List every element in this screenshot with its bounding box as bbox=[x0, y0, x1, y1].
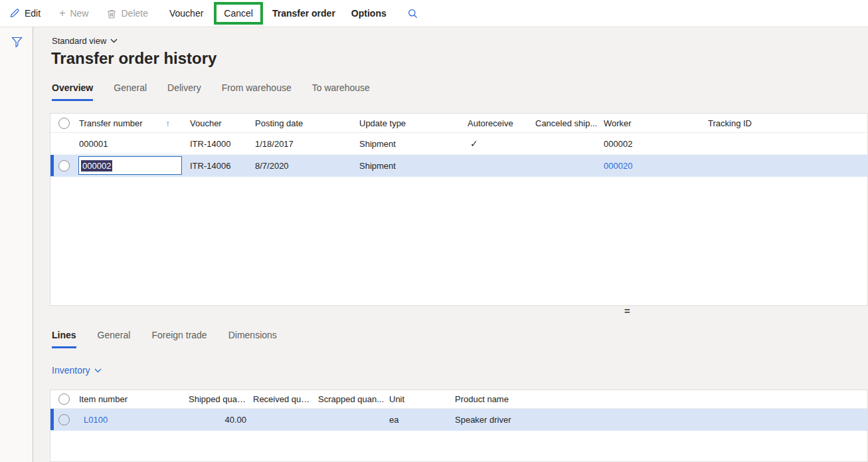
sort-ascending-icon: ↑ bbox=[166, 118, 187, 128]
row-radio[interactable] bbox=[58, 160, 70, 172]
voucher-button[interactable]: Voucher bbox=[169, 8, 203, 19]
voucher-label: Voucher bbox=[169, 8, 203, 19]
cell-product-name: Speaker driver bbox=[455, 415, 867, 425]
tab-delivery[interactable]: Delivery bbox=[167, 82, 201, 101]
grid-header-row: Transfer number ↑ Voucher Posting date U… bbox=[50, 114, 867, 133]
cell-posting-date: 1/18/2017 bbox=[255, 139, 359, 149]
options-menu[interactable]: Options bbox=[351, 8, 387, 19]
cell-update-type: Shipment bbox=[359, 139, 466, 149]
tab-foreign-trade[interactable]: Foreign trade bbox=[151, 330, 207, 348]
column-header-autoreceive[interactable]: Autoreceive bbox=[466, 118, 535, 128]
chevron-down-icon bbox=[110, 39, 118, 43]
table-row-selected[interactable]: L0100 40.00 ea Speaker driver bbox=[50, 409, 867, 431]
column-header-transfer-number[interactable]: Transfer number ↑ bbox=[79, 118, 190, 128]
pencil-icon bbox=[9, 8, 20, 19]
transfer-order-label: Transfer order bbox=[272, 8, 335, 19]
view-selector[interactable]: Standard view bbox=[52, 36, 118, 46]
new-button: + New bbox=[59, 8, 88, 19]
cell-voucher: ITR-14000 bbox=[190, 139, 255, 149]
inventory-menu-button[interactable]: Inventory bbox=[52, 365, 102, 376]
column-header-canceled-ship[interactable]: Canceled ship... bbox=[535, 118, 604, 128]
tab-lines[interactable]: Lines bbox=[52, 330, 76, 348]
column-header-product-name[interactable]: Product name bbox=[455, 394, 867, 404]
table-row-selected[interactable]: 000002 ITR-14006 8/7/2020 Shipment 00002… bbox=[50, 155, 867, 177]
transfer-order-menu[interactable]: Transfer order bbox=[272, 8, 335, 19]
column-header-update-type[interactable]: Update type bbox=[359, 118, 466, 128]
column-header-received-qty[interactable]: Received quan... bbox=[253, 394, 318, 404]
view-selector-label: Standard view bbox=[52, 36, 106, 46]
cell-shipped-qty: 40.00 bbox=[189, 415, 253, 425]
item-number-link[interactable]: L0100 bbox=[79, 415, 189, 425]
transfer-number-input[interactable]: 000002 bbox=[78, 156, 182, 175]
selection-bar bbox=[50, 155, 54, 176]
cancel-button[interactable]: Cancel bbox=[224, 8, 253, 19]
transfer-order-lines-grid: Item number Shipped quant... Received qu… bbox=[50, 390, 868, 462]
tab-to-warehouse[interactable]: To warehouse bbox=[312, 82, 370, 101]
select-all-radio[interactable] bbox=[58, 118, 70, 129]
input-selected-text: 000002 bbox=[81, 160, 112, 172]
cell-update-type: Shipment bbox=[359, 161, 466, 171]
action-pane-toolbar: Edit + New Delete Voucher Cancel Transfe… bbox=[0, 0, 868, 27]
tab-from-warehouse[interactable]: From warehouse bbox=[222, 82, 292, 101]
cell-voucher: ITR-14006 bbox=[190, 161, 255, 171]
lines-tab-strip: Lines General Foreign trade Dimensions bbox=[52, 330, 277, 348]
tab-general[interactable]: General bbox=[114, 82, 147, 101]
cell-unit: ea bbox=[389, 415, 455, 425]
column-header-unit[interactable]: Unit bbox=[389, 394, 455, 404]
delete-button: Delete bbox=[107, 8, 147, 19]
new-label: New bbox=[70, 8, 88, 19]
cancel-label: Cancel bbox=[224, 8, 253, 19]
column-header-tracking-id[interactable]: Tracking ID bbox=[708, 118, 867, 128]
plus-icon: + bbox=[59, 8, 65, 19]
options-label: Options bbox=[351, 8, 387, 19]
autoreceive-check-icon: ✓ bbox=[466, 138, 535, 149]
filter-sidebar bbox=[0, 27, 33, 462]
cancel-annotation-box: Cancel bbox=[214, 2, 263, 25]
cell-transfer-number: 000001 bbox=[79, 139, 190, 149]
edit-button[interactable]: Edit bbox=[9, 8, 41, 19]
column-header-posting-date[interactable]: Posting date bbox=[255, 118, 359, 128]
column-header-scrapped-qty[interactable]: Scrapped quan... bbox=[318, 394, 389, 404]
tab-dimensions[interactable]: Dimensions bbox=[228, 330, 277, 348]
header-tab-strip: Overview General Delivery From warehouse… bbox=[52, 82, 370, 101]
splitter-handle[interactable]: = bbox=[616, 305, 639, 318]
grid-header-row: Item number Shipped quant... Received qu… bbox=[50, 390, 867, 409]
table-row[interactable]: 000001 ITR-14000 1/18/2017 Shipment ✓ 00… bbox=[50, 133, 867, 155]
search-icon bbox=[408, 9, 418, 19]
tab-overview[interactable]: Overview bbox=[52, 82, 93, 101]
tab-lines-general[interactable]: General bbox=[98, 330, 131, 348]
trash-icon bbox=[107, 9, 116, 19]
filter-icon[interactable] bbox=[11, 37, 33, 48]
column-header-worker[interactable]: Worker bbox=[604, 118, 708, 128]
worker-link[interactable]: 000020 bbox=[604, 161, 708, 171]
cell-worker: 000002 bbox=[604, 139, 708, 149]
chevron-down-icon bbox=[94, 368, 102, 373]
row-radio[interactable] bbox=[58, 414, 70, 425]
column-header-item-number[interactable]: Item number bbox=[79, 394, 189, 404]
select-all-radio[interactable] bbox=[58, 394, 70, 405]
column-header-voucher[interactable]: Voucher bbox=[190, 118, 255, 128]
cell-posting-date: 8/7/2020 bbox=[255, 161, 359, 171]
inventory-menu-label: Inventory bbox=[52, 365, 90, 376]
edit-label: Edit bbox=[25, 8, 41, 19]
page-title: Transfer order history bbox=[51, 49, 217, 68]
search-button[interactable] bbox=[408, 9, 418, 19]
selection-bar bbox=[50, 409, 54, 430]
transfer-order-history-grid: Transfer number ↑ Voucher Posting date U… bbox=[50, 113, 868, 306]
delete-label: Delete bbox=[121, 8, 147, 19]
column-header-shipped-qty[interactable]: Shipped quant... bbox=[189, 394, 253, 404]
